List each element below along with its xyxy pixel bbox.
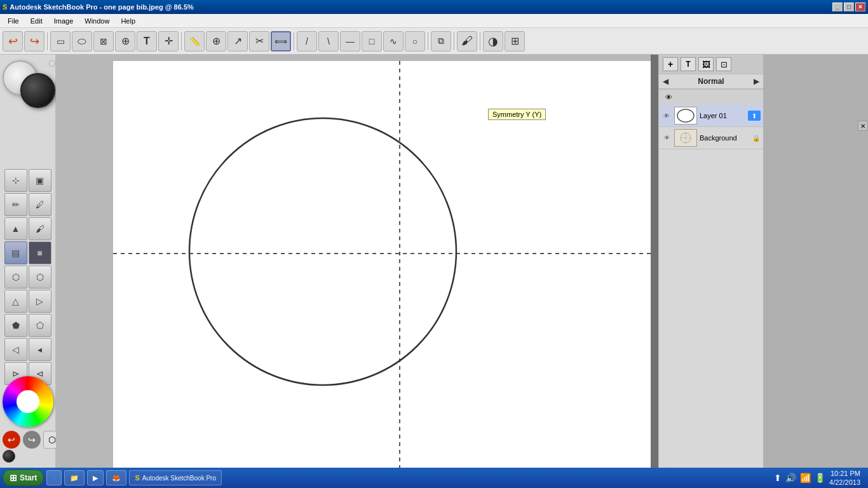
background-eye-icon[interactable]: 👁 bbox=[661, 133, 672, 143]
layer-item-background[interactable]: 👁 Background 🔒 bbox=[659, 127, 763, 149]
close-button[interactable]: ✕ bbox=[855, 3, 865, 11]
bucket-tool[interactable]: ⬡ bbox=[4, 266, 27, 288]
select-rect-button[interactable]: ▭ bbox=[50, 31, 71, 51]
spray2-tool[interactable]: ⬠ bbox=[29, 314, 51, 337]
brush-size-button[interactable]: 🖌 bbox=[457, 31, 477, 51]
eraser2-tool[interactable]: ◂ bbox=[29, 338, 51, 361]
color-wheel-inner bbox=[17, 390, 39, 413]
spray-tool[interactable]: ⬟ bbox=[4, 314, 27, 337]
eraser-tool[interactable]: ◁ bbox=[4, 338, 27, 361]
merge-layers-button[interactable]: ⊡ bbox=[716, 57, 731, 71]
forward-tool[interactable]: ↪ bbox=[23, 431, 41, 449]
ruler-button[interactable]: 📏 bbox=[184, 31, 205, 51]
color-grid-button[interactable]: ⊞ bbox=[505, 31, 525, 51]
color-wheel[interactable] bbox=[3, 376, 53, 427]
blend-mode-label: Normal bbox=[698, 77, 724, 86]
line-button[interactable]: — bbox=[340, 31, 360, 51]
background-layer-name: Background bbox=[700, 134, 749, 142]
stamp-tool[interactable]: △ bbox=[4, 290, 27, 313]
blend-mode-row: ◀ Normal ▶ bbox=[659, 74, 763, 89]
taskbar-explorer[interactable]: 📁 bbox=[64, 470, 85, 485]
firefox-icon: 🦊 bbox=[112, 474, 121, 482]
text-button[interactable]: T bbox=[137, 31, 157, 51]
brush-color-indicator[interactable] bbox=[3, 450, 15, 463]
taskbar-sketchbook[interactable]: S Autodesk SketchBook Pro bbox=[129, 470, 222, 485]
brush-tool[interactable]: 🖌 bbox=[29, 217, 51, 240]
add-text-layer-button[interactable]: T bbox=[681, 57, 696, 71]
menu-edit[interactable]: Edit bbox=[25, 16, 48, 26]
stamp2-tool[interactable]: ▷ bbox=[29, 290, 51, 313]
ink-pen-tool[interactable]: 🖊 bbox=[29, 193, 51, 216]
fill-tool[interactable]: ▤ bbox=[4, 241, 27, 264]
layer-move-tool[interactable]: ⊹ bbox=[4, 169, 27, 192]
add-layer-button[interactable]: + bbox=[663, 57, 678, 71]
transform-tool[interactable]: ▣ bbox=[29, 169, 51, 192]
pencil-tool[interactable]: ✏ bbox=[4, 193, 27, 216]
toolbar-separator-2 bbox=[181, 32, 182, 50]
brush-area bbox=[1, 57, 55, 165]
gradient-tool[interactable]: ⬡ bbox=[29, 266, 51, 288]
background-lock-icon[interactable]: 🔒 bbox=[752, 133, 761, 142]
blend-prev-button[interactable]: ◀ bbox=[663, 77, 668, 86]
close-panel-button[interactable]: ✕ bbox=[858, 121, 868, 131]
taskbar-firefox[interactable]: 🦊 bbox=[106, 470, 126, 485]
menu-window[interactable]: Window bbox=[79, 16, 114, 26]
symmetry-y-button[interactable]: ⟺ bbox=[271, 31, 291, 51]
start-windows-icon: ⊞ bbox=[10, 473, 17, 483]
left-tool-row-3: ▲ 🖌 bbox=[4, 217, 51, 240]
pen2-button[interactable]: \ bbox=[318, 31, 339, 51]
tray-volume-icon[interactable]: 🔊 bbox=[785, 473, 796, 483]
taskbar-ie[interactable]: e bbox=[46, 470, 62, 485]
left-tool-row-1: ⊹ ▣ bbox=[4, 169, 51, 192]
symmetry-button[interactable]: ⊕ bbox=[206, 31, 226, 51]
app-icon: S bbox=[3, 3, 7, 11]
add-image-layer-button[interactable]: 🖼 bbox=[698, 57, 714, 71]
maximize-button[interactable]: □ bbox=[844, 3, 854, 11]
black-brush-circle[interactable] bbox=[20, 73, 55, 108]
canvas-area[interactable]: Symmetry Y (Y) bbox=[56, 55, 658, 468]
menu-help[interactable]: Help bbox=[116, 16, 140, 26]
start-button[interactable]: ⊞ Start bbox=[3, 470, 44, 486]
tray-battery-icon[interactable]: 🔋 bbox=[815, 473, 825, 483]
sketchbook-taskbar-icon: S bbox=[135, 474, 139, 482]
minimize-button[interactable]: _ bbox=[832, 3, 843, 11]
fill-dark-tool[interactable]: ■ bbox=[29, 241, 51, 264]
left-tool-row-5: ⬡ ⬡ bbox=[4, 266, 51, 288]
rect-button[interactable]: □ bbox=[362, 31, 382, 51]
layer-item-layer01[interactable]: 👁 Layer 01 ⬆ bbox=[659, 105, 763, 127]
back-tool[interactable]: ↩ bbox=[3, 431, 20, 449]
white-brush-circle[interactable] bbox=[3, 60, 37, 95]
color-wheel-button[interactable]: ◑ bbox=[483, 31, 503, 51]
transform-button[interactable]: ✂ bbox=[249, 31, 269, 51]
clock-time: 10:21 PM bbox=[829, 469, 860, 478]
redo-button[interactable]: ↪ bbox=[24, 31, 44, 51]
circle-drawing bbox=[183, 112, 463, 391]
menu-image[interactable]: Image bbox=[49, 16, 79, 26]
marker-tool[interactable]: ▲ bbox=[4, 217, 27, 240]
system-clock[interactable]: 10:21 PM 4/22/2013 bbox=[829, 469, 860, 487]
background-thumbnail bbox=[674, 129, 697, 147]
select-lasso-button[interactable]: ⬭ bbox=[72, 31, 92, 51]
layer01-scroll[interactable]: ⬆ bbox=[748, 111, 761, 121]
move-button[interactable]: ✛ bbox=[158, 31, 179, 51]
right-gray-area bbox=[651, 55, 658, 468]
layer-opacity-row: 👁 bbox=[659, 89, 763, 105]
wave-button[interactable]: ∿ bbox=[383, 31, 403, 51]
copy-button[interactable]: ⧉ bbox=[431, 31, 451, 51]
color-wheel-area[interactable] bbox=[0, 374, 56, 430]
pen1-button[interactable]: / bbox=[297, 31, 317, 51]
layers-list: 👁 Layer 01 ⬆ 👁 bbox=[659, 105, 763, 468]
layer01-thumbnail bbox=[674, 107, 697, 125]
tray-arrow-icon[interactable]: ⬆ bbox=[774, 473, 782, 483]
blend-next-button[interactable]: ▶ bbox=[754, 77, 759, 86]
curve-button[interactable]: ↗ bbox=[227, 31, 248, 51]
crop-button[interactable]: ⊠ bbox=[93, 31, 114, 51]
ellipse-button[interactable]: ○ bbox=[405, 31, 425, 51]
undo-button[interactable]: ↩ bbox=[3, 31, 23, 51]
zoom-button[interactable]: ⊕ bbox=[115, 31, 135, 51]
layer-visibility-toggle[interactable]: 👁 bbox=[663, 92, 674, 103]
taskbar-media[interactable]: ▶ bbox=[87, 470, 104, 485]
layer01-eye-icon[interactable]: 👁 bbox=[661, 111, 672, 121]
menu-file[interactable]: File bbox=[3, 16, 24, 26]
tray-network-icon[interactable]: 📶 bbox=[800, 473, 811, 483]
